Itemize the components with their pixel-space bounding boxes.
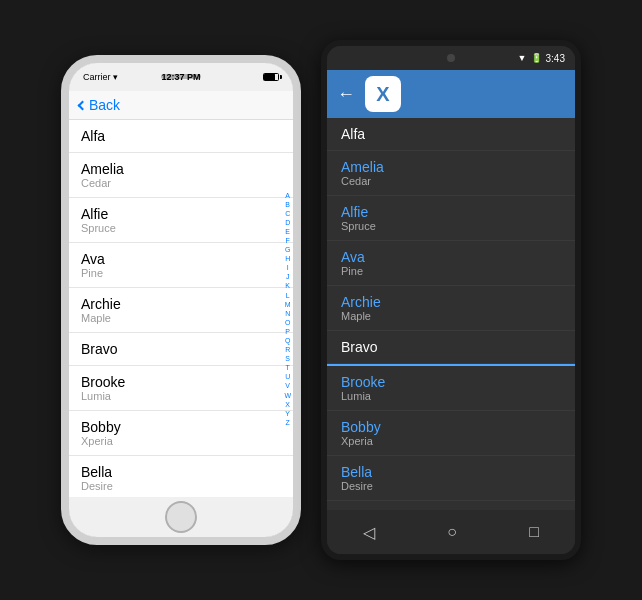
alpha-letter[interactable]: W <box>284 390 291 399</box>
back-chevron-icon <box>78 100 88 110</box>
iphone-carrier: Carrier ▾ <box>83 72 118 82</box>
back-label: Back <box>89 97 120 113</box>
iphone-contact-list: AlfaAmeliaCedarAlfieSpruceAvaPineArchieM… <box>69 120 293 497</box>
alpha-letter[interactable]: C <box>285 208 290 217</box>
alpha-letter[interactable]: O <box>285 318 290 327</box>
android-time: 3:43 <box>546 53 565 64</box>
alpha-letter[interactable]: D <box>285 218 290 227</box>
item-subtitle: Desire <box>341 480 561 492</box>
android-recent-button[interactable]: □ <box>529 523 539 541</box>
android-app-header: ← X <box>327 70 575 118</box>
item-subtitle: Maple <box>81 312 281 324</box>
item-subtitle: Xperia <box>81 435 281 447</box>
iphone-nav-bar: Back <box>69 91 293 120</box>
item-subtitle: Lumia <box>341 390 561 402</box>
item-name: Bella <box>81 464 281 480</box>
list-item[interactable]: AmeliaCedar <box>69 153 293 198</box>
list-item[interactable]: BrookeLumia <box>327 366 575 411</box>
alpha-letter[interactable]: K <box>285 281 290 290</box>
android-back-nav-button[interactable]: ◁ <box>363 523 375 542</box>
iphone-home-bar <box>69 497 293 537</box>
list-item[interactable]: BenChocolate <box>327 501 575 510</box>
item-name: Alfie <box>341 204 561 220</box>
list-item[interactable]: BobbyXperia <box>327 411 575 456</box>
iphone-device: Carrier ▾ 12:37 PM Back AlfaAmeliaCedarA… <box>61 55 301 545</box>
list-item[interactable]: BobbyXperia <box>69 411 293 456</box>
alpha-letter[interactable]: B <box>285 199 290 208</box>
alpha-letter[interactable]: Q <box>285 336 290 345</box>
android-app-icon: X <box>365 76 401 112</box>
item-name: Bravo <box>81 341 281 357</box>
item-name: Alfa <box>81 128 281 144</box>
list-item[interactable]: Bravo <box>327 331 575 364</box>
list-item[interactable]: AvaPine <box>327 241 575 286</box>
item-name: Amelia <box>81 161 281 177</box>
alpha-letter[interactable]: H <box>285 254 290 263</box>
item-name: Bravo <box>341 339 561 355</box>
android-contact-list-container: AlfaAmeliaCedarAlfieSpruceAvaPineArchieM… <box>327 118 575 510</box>
wifi-icon: ▼ <box>518 53 527 63</box>
item-name: Bobby <box>341 419 561 435</box>
android-camera <box>447 54 455 62</box>
android-back-button[interactable]: ← <box>337 84 355 105</box>
alpha-letter[interactable]: I <box>287 263 289 272</box>
list-item[interactable]: BellaDesire <box>327 456 575 501</box>
alpha-letter[interactable]: P <box>285 327 290 336</box>
alpha-letter[interactable]: F <box>286 236 290 245</box>
item-subtitle: Pine <box>81 267 281 279</box>
alpha-letter[interactable]: S <box>285 354 290 363</box>
alpha-letter[interactable]: N <box>285 309 290 318</box>
alpha-letter[interactable]: J <box>286 272 290 281</box>
list-item[interactable]: Alfa <box>69 120 293 153</box>
iphone-time: 12:37 PM <box>161 72 200 82</box>
phones-container: Carrier ▾ 12:37 PM Back AlfaAmeliaCedarA… <box>51 30 591 570</box>
item-name: Brooke <box>81 374 281 390</box>
item-name: Bella <box>341 464 561 480</box>
alpha-letter[interactable]: Z <box>286 418 290 427</box>
app-icon-letter: X <box>376 83 389 106</box>
alpha-letter[interactable]: U <box>285 372 290 381</box>
list-item[interactable]: ArchieMaple <box>69 288 293 333</box>
list-item[interactable]: Bravo <box>69 333 293 366</box>
alpha-letter[interactable]: X <box>285 399 290 408</box>
android-status-icons: ▼ 🔋 3:43 <box>518 53 565 64</box>
list-item[interactable]: BrookeLumia <box>69 366 293 411</box>
list-item[interactable]: AlfieSpruce <box>69 198 293 243</box>
item-subtitle: Lumia <box>81 390 281 402</box>
item-subtitle: Spruce <box>341 220 561 232</box>
battery-fill <box>264 74 275 80</box>
android-home-button[interactable]: ○ <box>447 523 457 541</box>
item-name: Bobby <box>81 419 281 435</box>
item-name: Ava <box>341 249 561 265</box>
item-subtitle: Cedar <box>341 175 561 187</box>
back-button[interactable]: Back <box>79 97 120 113</box>
list-item[interactable]: Alfa <box>327 118 575 151</box>
alpha-letter[interactable]: L <box>286 290 290 299</box>
item-name: Alfa <box>341 126 561 142</box>
item-subtitle: Maple <box>341 310 561 322</box>
item-subtitle: Desire <box>81 480 281 492</box>
list-item[interactable]: AlfieSpruce <box>327 196 575 241</box>
list-item[interactable]: AmeliaCedar <box>327 151 575 196</box>
alpha-letter[interactable]: V <box>285 381 290 390</box>
item-subtitle: Xperia <box>341 435 561 447</box>
iphone-battery-icon <box>263 73 279 81</box>
alpha-letter[interactable]: A <box>285 190 290 199</box>
item-name: Ava <box>81 251 281 267</box>
alpha-letter[interactable]: R <box>285 345 290 354</box>
alpha-letter[interactable]: M <box>285 299 291 308</box>
alpha-letter[interactable]: Y <box>285 409 290 418</box>
item-name: Alfie <box>81 206 281 222</box>
iphone-home-button[interactable] <box>165 501 197 533</box>
list-item[interactable]: AvaPine <box>69 243 293 288</box>
alpha-letter[interactable]: G <box>285 245 290 254</box>
list-item[interactable]: BellaDesire <box>69 456 293 497</box>
list-item[interactable]: ArchieMaple <box>327 286 575 331</box>
android-nav-bar: ◁ ○ □ <box>327 510 575 554</box>
android-device: ▼ 🔋 3:43 ← X AlfaAmeliaCedarAlfieSpruceA… <box>321 40 581 560</box>
item-name: Archie <box>81 296 281 312</box>
alpha-index[interactable]: ABCDEFGHIJKLMNOPQRSTUVWXYZ <box>284 190 291 426</box>
alpha-letter[interactable]: T <box>286 363 290 372</box>
alpha-letter[interactable]: E <box>285 227 290 236</box>
android-contact-list: AlfaAmeliaCedarAlfieSpruceAvaPineArchieM… <box>327 118 575 510</box>
